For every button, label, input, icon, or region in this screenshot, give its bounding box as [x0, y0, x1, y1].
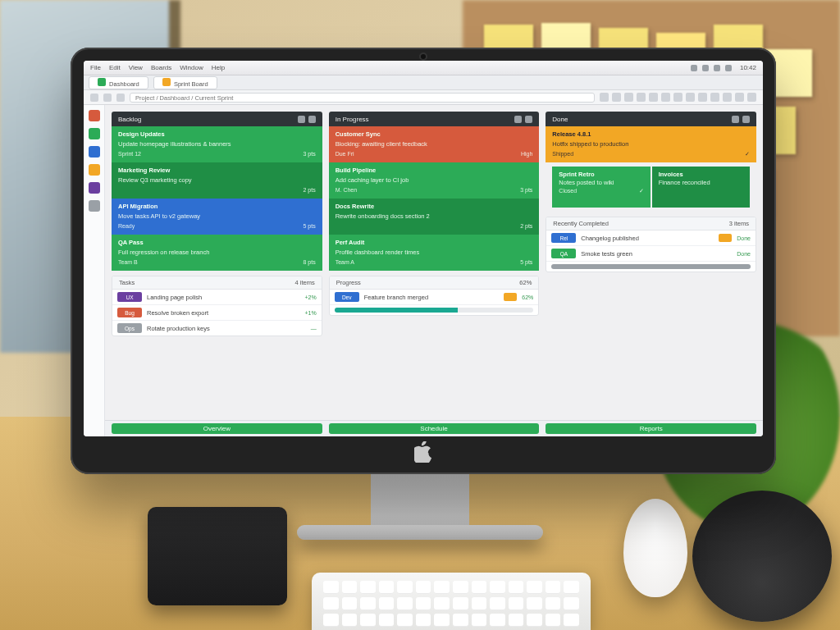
menu-item[interactable]: Window	[180, 64, 203, 71]
menu-item[interactable]: Edit	[109, 64, 121, 71]
filter-icon[interactable]	[612, 93, 621, 102]
bell-icon[interactable]	[735, 93, 744, 102]
menu-item[interactable]: View	[129, 64, 143, 71]
column-menu-icon[interactable]	[525, 116, 532, 123]
list-icon[interactable]	[649, 93, 658, 102]
monitor-stand-neck	[371, 472, 469, 530]
column-menu-icon[interactable]	[742, 116, 750, 123]
rail-nav-icon[interactable]	[89, 164, 100, 176]
monitor-stand-foot	[297, 525, 543, 540]
card-meta-right: 2 pts	[520, 222, 532, 230]
tray-icon[interactable]	[725, 65, 732, 71]
tab-label: Dashboard	[109, 80, 139, 88]
menu-item[interactable]: File	[90, 64, 101, 71]
row-value: Done	[737, 251, 751, 257]
calendar-icon[interactable]	[661, 93, 670, 102]
row-tag: UX	[117, 292, 142, 302]
kanban-card[interactable]: Marketing ReviewReview Q3 marketing copy…	[112, 162, 322, 199]
kanban-card[interactable]: Perf AuditProfile dashboard render times…	[329, 235, 540, 271]
row-text: Landing page polish	[147, 294, 299, 301]
list-row[interactable]: UXLanding page polish+2%	[112, 290, 322, 305]
gear-icon[interactable]	[723, 93, 732, 102]
menu-item[interactable]: Boards	[151, 64, 171, 71]
kanban-card[interactable]: Docs RewriteRewrite onboarding docs sect…	[329, 199, 540, 235]
window-tabstrip: Dashboard Sprint Board	[84, 75, 763, 90]
kanban-card[interactable]: Sprint RetroNotes posted to wikiClosed✓I…	[546, 162, 756, 212]
column-add-icon[interactable]	[514, 116, 522, 123]
rail-nav-icon[interactable]	[89, 146, 100, 158]
rail-nav-icon[interactable]	[89, 182, 100, 194]
row-text: Rotate production keys	[147, 325, 306, 332]
card-title: Release 4.8.1	[552, 130, 750, 139]
toolbar: Project / Dashboard / Current Sprint	[84, 90, 763, 105]
trackpad	[148, 507, 287, 605]
kanban-columns: BacklogDesign UpdatesUpdate homepage ill…	[105, 105, 763, 420]
card-title: Perf Audit	[336, 239, 533, 247]
rail-nav-icon[interactable]	[89, 200, 100, 212]
forward-icon[interactable]	[103, 94, 112, 102]
column-menu-icon[interactable]	[308, 116, 316, 123]
footer-tab[interactable]: Overview	[112, 423, 322, 434]
kanban-card[interactable]: Build PipelineAdd caching layer to CI jo…	[329, 162, 540, 199]
user-icon[interactable]	[747, 93, 756, 102]
breadcrumb[interactable]: Project / Dashboard / Current Sprint	[130, 93, 595, 103]
card-body: Finance reconciled	[659, 179, 743, 187]
kanban-card[interactable]: QA PassFull regression on release branch…	[112, 235, 322, 271]
card-meta-right: 8 pts	[303, 258, 315, 266]
tray-icon[interactable]	[714, 65, 720, 71]
card-title: Customer Sync	[336, 130, 533, 139]
list-row[interactable]: BugResolve broken export+1%	[112, 305, 322, 321]
tray-icon[interactable]	[702, 65, 709, 71]
window-tab[interactable]: Dashboard	[89, 76, 148, 89]
screen: File Edit View Boards Window Help 10:42 …	[84, 61, 763, 436]
column-add-icon[interactable]	[732, 116, 739, 123]
menu-item[interactable]: Help	[212, 64, 225, 71]
list-row[interactable]	[546, 262, 756, 272]
refresh-icon[interactable]	[116, 94, 125, 102]
rail-nav-icon[interactable]	[89, 128, 100, 139]
kanban-column: BacklogDesign UpdatesUpdate homepage ill…	[112, 112, 322, 417]
kanban-card[interactable]: Customer SyncBlocking: awaiting client f…	[329, 126, 540, 162]
side-rail	[84, 105, 105, 436]
column-add-icon[interactable]	[298, 116, 305, 123]
card-title: Build Pipeline	[336, 167, 533, 175]
card-stack: Design UpdatesUpdate homepage illustrati…	[112, 126, 322, 271]
grid-icon[interactable]	[637, 93, 646, 102]
window-tab[interactable]: Sprint Board	[153, 76, 217, 89]
settings-icon[interactable]	[698, 93, 707, 102]
kanban-card[interactable]: API MigrationMove tasks API to v2 gatewa…	[112, 199, 322, 235]
list-header: Progress62%	[330, 276, 539, 290]
column-header[interactable]: Backlog	[112, 112, 322, 126]
list-row[interactable]: RelChangelog publishedDone	[546, 231, 756, 246]
list-row[interactable]	[330, 305, 539, 315]
list-count: 3 items	[729, 220, 749, 227]
kanban-card[interactable]: Design UpdatesUpdate homepage illustrati…	[112, 126, 322, 162]
sort-icon[interactable]	[686, 93, 695, 102]
tab-label: Sprint Board	[174, 80, 208, 88]
back-icon[interactable]	[90, 94, 98, 102]
column-title: Done	[552, 116, 568, 123]
kanban-card[interactable]: Release 4.8.1Hotfix shipped to productio…	[546, 126, 756, 162]
footer-tab[interactable]: Schedule	[329, 423, 540, 434]
footer-tab[interactable]: Reports	[546, 423, 756, 434]
row-value: +1%	[304, 310, 316, 316]
rail-nav-icon[interactable]	[89, 110, 100, 121]
column-header[interactable]: In Progress	[329, 112, 540, 126]
list-row[interactable]: DevFeature branch merged62%	[330, 290, 539, 305]
tag-icon[interactable]	[673, 93, 682, 102]
mouse	[623, 499, 687, 597]
os-menubar: File Edit View Boards Window Help 10:42	[84, 61, 763, 75]
more-icon[interactable]	[710, 93, 719, 102]
search-icon[interactable]	[600, 93, 609, 102]
column-header[interactable]: Done	[546, 112, 756, 126]
workspace: BacklogDesign UpdatesUpdate homepage ill…	[84, 105, 763, 436]
card-body: Rewrite onboarding docs section 2	[336, 212, 533, 221]
list-row[interactable]: QASmoke tests greenDone	[546, 246, 756, 262]
card-meta-right: ✓	[745, 150, 750, 158]
row-tag: Bug	[117, 308, 142, 317]
progress-fill	[551, 264, 751, 269]
tray-icon[interactable]	[691, 65, 697, 71]
share-icon[interactable]	[624, 93, 633, 102]
progress-fill	[335, 308, 458, 313]
list-row[interactable]: OpsRotate production keys—	[112, 321, 322, 336]
